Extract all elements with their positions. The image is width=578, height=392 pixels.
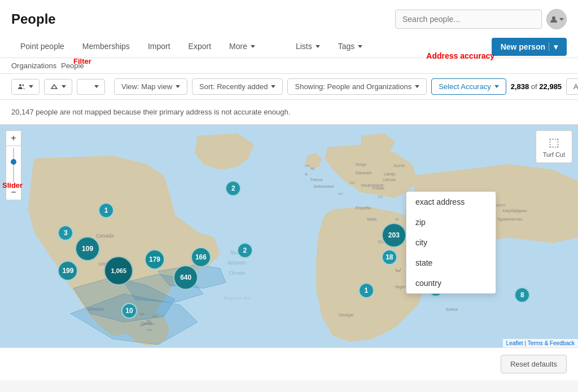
accuracy-dropdown: exact address zip city state country — [406, 191, 496, 294]
svg-text:Polska: Polska — [373, 186, 384, 190]
nav-export[interactable]: Export — [179, 36, 220, 58]
svg-text:Азербайджан: Азербайджан — [502, 209, 527, 213]
sort-chevron-icon — [271, 85, 275, 88]
new-person-arrow-icon: ▾ — [549, 42, 558, 51]
svg-text:Canada: Canada — [96, 233, 114, 239]
zoom-in-button[interactable]: + — [6, 131, 21, 146]
person-group-chevron-icon — [29, 85, 33, 88]
zoom-slider[interactable] — [11, 148, 16, 182]
svg-point-1 — [19, 84, 21, 86]
bottom-bar: Reset defaults — [0, 347, 578, 380]
svg-text:IE: IE — [305, 173, 308, 176]
person-group-btn[interactable] — [11, 79, 40, 95]
leaflet-link[interactable]: Leaflet — [506, 340, 523, 346]
count-display: 2,838 of 22,985 — [511, 82, 562, 91]
new-person-button[interactable]: New person ▾ — [492, 38, 567, 56]
toolbar-right: View: Map view Sort: Recently added Show… — [114, 78, 578, 95]
svg-text:Switzerland: Switzerland — [313, 184, 334, 188]
tags-chevron-icon — [358, 45, 362, 48]
accuracy-state[interactable]: state — [406, 253, 496, 273]
actions-dropdown[interactable]: Actions — [566, 78, 578, 95]
toolbar: Filter View: Map view Sort: Recently add… — [0, 74, 578, 100]
view-dropdown[interactable]: View: Map view — [114, 78, 187, 95]
cluster-2-nd[interactable]: 2 — [225, 180, 241, 196]
svg-text:Danmark: Danmark — [356, 171, 372, 175]
svg-text:HU: HU — [350, 181, 355, 184]
nav-point-people[interactable]: Point people — [11, 36, 73, 58]
svg-text:AT: AT — [395, 218, 400, 221]
view-chevron-icon — [176, 85, 180, 88]
slider-annotation: Slider — [2, 181, 23, 190]
svg-text:Niger: Niger — [395, 284, 406, 289]
cluster-10[interactable]: 10 — [121, 303, 137, 319]
accuracy-city[interactable]: city — [406, 232, 496, 253]
svg-text:BE: BE — [310, 167, 315, 170]
svg-text:PT: PT — [339, 192, 343, 196]
shape-btn[interactable] — [44, 79, 72, 95]
svg-text:Sargasso Sea: Sargasso Sea — [224, 295, 251, 301]
shape-chevron-icon — [62, 85, 66, 88]
turf-cut-button[interactable]: ⬚ Turf Cut — [536, 130, 572, 163]
filter-chevron-icon — [94, 85, 99, 88]
cluster-109[interactable]: 109 — [75, 236, 100, 261]
nav-tags[interactable]: Tags — [329, 36, 372, 58]
map-zoom-controls: + − — [6, 130, 21, 200]
accuracy-country[interactable]: country — [406, 273, 496, 293]
header-row: People — [11, 9, 567, 29]
cluster-640[interactable]: 640 — [173, 265, 198, 290]
svg-text:CZ: CZ — [378, 195, 383, 199]
map-attribution: Leaflet | Terms & Feedback — [503, 339, 578, 347]
cluster-2-mid[interactable]: 2 — [237, 243, 253, 258]
svg-point-2 — [23, 84, 24, 86]
nav-more[interactable]: More — [220, 36, 264, 58]
svg-text:France: France — [310, 178, 323, 182]
top-bar: People Point people Memberships Import E… — [0, 0, 578, 58]
showing-dropdown[interactable]: Showing: People and Organizations — [287, 78, 427, 95]
cluster-1065[interactable]: 1,065 — [104, 256, 133, 285]
cluster-166[interactable]: 166 — [191, 247, 211, 267]
svg-text:ليبيا: ليبيا — [395, 267, 401, 272]
cluster-179[interactable]: 179 — [144, 249, 165, 270]
accuracy-exact-address[interactable]: exact address — [406, 192, 496, 212]
showing-chevron-icon — [415, 85, 419, 88]
svg-text:Lietuva: Lietuva — [383, 178, 396, 182]
avatar[interactable] — [546, 9, 567, 29]
terms-link[interactable]: Terms & Feedback — [528, 340, 575, 346]
svg-text:Suomi: Suomi — [393, 164, 405, 168]
svg-text:FR: FR — [305, 164, 310, 168]
svg-text:Italia: Italia — [367, 217, 376, 222]
more-chevron-icon — [251, 45, 255, 48]
accuracy-zip[interactable]: zip — [406, 212, 496, 232]
accuracy-chevron-icon — [494, 85, 499, 88]
search-bar — [395, 9, 567, 29]
svg-text:Sénégal: Sénégal — [339, 313, 353, 318]
svg-text:Туркменистан: Туркменистан — [497, 217, 522, 222]
nav-left: Point people Memberships Import Export M… — [11, 36, 371, 58]
select-accuracy-dropdown[interactable]: Select Accuracy — [431, 78, 506, 95]
notice-bar: 20,147 people are not mapped because the… — [0, 100, 578, 125]
search-input[interactable] — [395, 10, 542, 29]
lists-chevron-icon — [316, 45, 320, 48]
cluster-203[interactable]: 203 — [382, 223, 406, 248]
sort-dropdown[interactable]: Sort: Recently added — [192, 78, 283, 95]
cluster-3-west[interactable]: 3 — [58, 225, 73, 241]
filter-annotation: Filter — [73, 57, 91, 65]
svg-text:Norge: Norge — [356, 162, 366, 167]
nav-import[interactable]: Import — [139, 36, 179, 58]
turf-cut-icon: ⬚ — [549, 135, 559, 149]
svg-text:Eritrea: Eritrea — [446, 307, 458, 311]
svg-text:Atlantic: Atlantic — [227, 259, 247, 266]
nav-lists[interactable]: Lists — [287, 36, 329, 58]
svg-text:Ocean: Ocean — [229, 269, 246, 276]
main-content: Slider North Atlantic Ocean — [0, 125, 578, 347]
page-title: People — [11, 11, 56, 27]
svg-text:Latvija: Latvija — [384, 172, 395, 177]
svg-text:España: España — [356, 205, 371, 210]
filter-btn[interactable] — [77, 79, 105, 95]
nav-memberships[interactable]: Memberships — [73, 36, 139, 58]
address-accuracy-annotation: Address accuracy — [426, 51, 494, 60]
breadcrumb-organizations[interactable]: Organizations — [11, 61, 56, 70]
reset-defaults-button[interactable]: Reset defaults — [501, 355, 567, 373]
cluster-18[interactable]: 18 — [382, 249, 397, 265]
